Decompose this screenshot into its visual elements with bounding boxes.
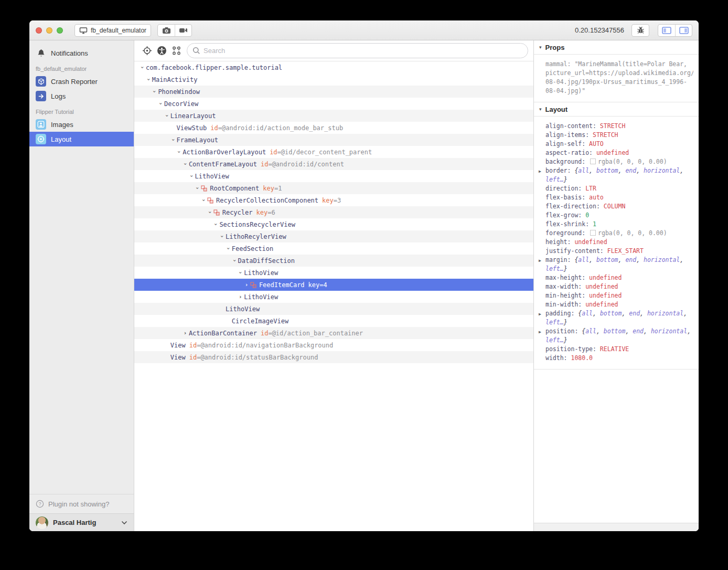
layout-section-header[interactable]: ▾ Layout [534,102,699,117]
minimize-window-button[interactable] [46,27,52,34]
tree-row-lithorecylerview[interactable]: ›LithoRecylerView [134,230,533,242]
tree-row-view[interactable]: Viewid=@android:id/statusBarBackground [134,351,533,363]
prop-value-line: picture_url=https://upload.wikimedia.org… [545,69,693,78]
chevron-expanded-icon[interactable]: › [188,173,194,180]
screen-record-button[interactable] [175,25,191,36]
layout-prop-margin[interactable]: ▶margin: {all, bottom, end, horizontal, … [545,256,693,273]
chevron-expanded-icon[interactable]: › [225,245,231,252]
tree-row-mainactivity[interactable]: ›MainActivity [134,73,533,86]
tree-row-sectionsrecyclerview[interactable]: ›SectionsRecyclerView [134,218,533,230]
sidebar-item-images[interactable]: Images [29,117,134,132]
chevron-expanded-icon[interactable]: › [145,76,151,83]
chevron-expanded-icon[interactable]: › [158,100,164,108]
tree-row-lithoview[interactable]: ›LithoView [134,267,533,279]
sidebar-item-logs[interactable]: Logs [29,89,134,103]
layout-prop-position[interactable]: ▶position: {all, bottom, end, horizontal… [545,327,693,345]
tree-row-datadiffsection[interactable]: ›DataDiffSection [134,255,533,267]
tree-row-com-facebook-flipper-sample-tutorial[interactable]: ›com.facebook.flipper.sample.tutorial [134,61,533,73]
bug-report-button[interactable] [631,24,649,37]
zoom-window-button[interactable] [57,27,63,34]
tree-row-decorview[interactable]: ›DecorView [134,98,533,110]
tree-row-actionbarcontainer[interactable]: ›ActionBarContainerid=@id/action_bar_con… [134,327,533,339]
layout-prop-max-height: max-height: undefined [545,273,693,282]
device-label: fb_default_emulator [91,27,146,34]
user-menu[interactable]: Pascal Hartig [29,513,134,531]
chevron-expanded-icon[interactable]: › [238,269,243,277]
tree-row-recyclercollectioncomponent[interactable]: ›RecyclerCollectionComponentkey=3 [134,194,533,206]
layout-inspector-panel: ›com.facebook.flipper.sample.tutorial›Ma… [134,40,533,531]
node-name: ViewStub [177,124,207,132]
tree-row-contentframelayout[interactable]: ›ContentFrameLayoutid=@android:id/conten… [134,158,533,170]
chevron-expanded-icon[interactable]: › [213,221,219,228]
tree-row-circleimageview[interactable]: CircleImageView [134,315,533,327]
layout-prop-height: height: undefined [545,238,693,247]
chevron-collapsed-icon[interactable]: › [181,330,189,336]
chevron-expanded-icon[interactable]: › [182,161,188,168]
tree-row-rootcomponent[interactable]: ›RootComponentkey=1 [134,182,533,194]
tree-row-lithoview[interactable]: ›LithoView [134,170,533,182]
node-name: Recycler [222,209,253,216]
chevron-right-icon[interactable]: ▶ [539,328,541,336]
chevron-expanded-icon[interactable]: › [195,185,200,192]
chevron-expanded-icon[interactable]: › [201,197,207,204]
tree-row-recycler[interactable]: ›Recyclerkey=6 [134,206,533,218]
chevron-expanded-icon[interactable]: › [164,112,169,120]
color-swatch[interactable] [590,159,596,164]
plugin-not-showing-link[interactable]: ? Plugin not showing? [29,494,134,513]
layout-prop-padding[interactable]: ▶padding: {all, bottom, end, horizontal,… [545,309,693,327]
close-window-button[interactable] [36,27,42,34]
device-selector-button[interactable]: fb_default_emulator [74,24,151,37]
chevron-expanded-icon[interactable]: › [219,233,225,240]
toggle-left-sidebar-button[interactable] [658,25,675,36]
chevron-right-icon[interactable]: ▶ [539,167,541,176]
chevron-expanded-icon[interactable]: › [140,64,145,71]
tree-row-viewstub[interactable]: ViewStubid=@android:id/action_mode_bar_s… [134,122,533,134]
tree-row-feeditemcard[interactable]: ›FeedItemCardkey=4 [134,279,533,291]
target-mode-button[interactable] [140,46,154,56]
chevron-expanded-icon[interactable]: › [170,136,176,144]
sidebar-item-label: Notifications [51,49,88,57]
panel-right-icon [679,27,689,34]
tree-row-linearlayout[interactable]: ›LinearLayout [134,110,533,122]
chevron-expanded-icon[interactable]: › [207,209,212,216]
sidebar-item-crash-reporter[interactable]: Crash Reporter [29,74,134,89]
screenshot-button[interactable] [158,25,175,36]
tree-row-phonewindow[interactable]: ›PhoneWindow [134,86,533,98]
prop-object-field: bottom [600,310,622,317]
toggle-right-sidebar-button[interactable] [675,25,692,36]
search-bar[interactable] [187,43,528,58]
chevron-expanded-icon[interactable]: › [176,149,182,156]
prop-value: LTR [585,185,596,192]
tree-row-lithoview[interactable]: LithoView [134,303,533,315]
color-swatch[interactable] [590,230,596,236]
layout-prop-align-self: align-self: AUTO [545,140,693,149]
layout-prop-border[interactable]: ▶border: {all, bottom, end, horizontal, … [545,166,693,184]
chevron-down-icon [121,521,127,525]
props-section-header[interactable]: ▾ Props [534,40,699,55]
chevron-collapsed-icon[interactable]: › [237,294,244,300]
tree-row-lithoview[interactable]: ›LithoView [134,291,533,303]
litho-component-icon [213,209,220,216]
expand-tree-button[interactable] [169,46,184,56]
chevron-expanded-icon[interactable]: › [231,257,237,265]
layout-prop-aspect-ratio: aspect-ratio: undefined [545,149,693,157]
sidebar-item-layout[interactable]: Layout [29,132,134,146]
layout-prop-background: background: rgba(0, 0, 0, 0.00) [545,157,693,166]
node-name: ContentFrameLayout [189,161,257,168]
chevron-expanded-icon[interactable]: › [152,88,157,96]
prop-value: undefined [585,301,618,308]
chevron-collapsed-icon[interactable]: › [243,282,250,288]
crash-reporter-icon [36,76,46,87]
chevron-right-icon[interactable]: ▶ [539,310,541,319]
sidebar-item-notifications[interactable]: Notifications [29,46,134,60]
prop-key: background: [545,158,589,165]
litho-component-icon [207,197,213,204]
tree-row-framelayout[interactable]: ›FrameLayout [134,134,533,146]
node-name: LinearLayout [170,112,216,120]
tree-row-view[interactable]: Viewid=@android:id/navigationBarBackgrou… [134,339,533,351]
search-input[interactable] [204,47,522,55]
accessibility-mode-button[interactable] [154,46,169,56]
chevron-right-icon[interactable]: ▶ [539,256,541,265]
tree-row-actionbaroverlaylayout[interactable]: ›ActionBarOverlayLayoutid=@id/decor_cont… [134,146,533,158]
tree-row-feedsection[interactable]: ›FeedSection [134,242,533,255]
